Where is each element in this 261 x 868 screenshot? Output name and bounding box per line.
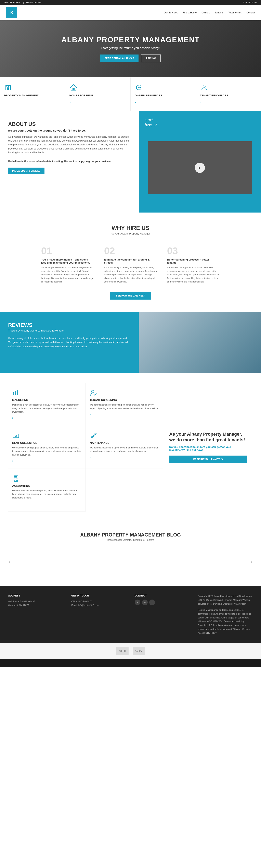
service-marketing-arrow[interactable]: › xyxy=(12,416,81,420)
svg-point-26 xyxy=(16,478,17,479)
service-tenant-screening-arrow[interactable]: › xyxy=(90,412,159,416)
service-tenant-screening: TENANT SCREENING We conduct extensive sc… xyxy=(86,383,163,426)
service-maintenance-arrow[interactable]: › xyxy=(90,455,159,459)
service-rent-collection-desc: We make sure you get paid on time, every… xyxy=(12,446,81,457)
why-subheading: As your Albany Property Manager xyxy=(8,232,253,235)
feature-homes-for-rent-arrow[interactable]: › xyxy=(70,100,71,104)
why-title-1: You'll make more money – and spend less … xyxy=(41,258,94,264)
owner-login-link[interactable]: OWNER LOGIN xyxy=(4,1,20,4)
feature-homes-for-rent-title: HOMES FOR RENT xyxy=(70,94,94,97)
about-mgmt-services-btn[interactable]: MANAGEMENT SERVICES xyxy=(8,167,44,174)
start-here-text: starthere ↗ xyxy=(145,117,157,127)
feature-tenant-resources-arrow[interactable]: › xyxy=(200,100,201,104)
svg-point-18 xyxy=(91,390,94,393)
money-icon xyxy=(12,432,20,439)
about-para1: As investors ourselves, we wanted to pic… xyxy=(8,135,130,155)
blog-navigation: ← → xyxy=(8,548,253,576)
service-accounting: ACCOUNTING With our detailed financial r… xyxy=(8,469,86,512)
svg-rect-19 xyxy=(13,434,19,438)
why-desc-3: Because of our application tools and ext… xyxy=(167,266,220,284)
service-rent-collection-arrow[interactable]: › xyxy=(12,459,81,462)
footer-address-heading: ADDRESS xyxy=(8,594,63,597)
feature-tenant-resources: TENANT RESOURCES › xyxy=(196,77,261,111)
service-maintenance-desc: We conduct inspections upon move-in and … xyxy=(90,446,159,453)
feature-owner-resources-arrow[interactable]: › xyxy=(135,100,136,104)
tools-icon xyxy=(135,83,143,92)
blog-section: ALBANY PROPERTY MANAGEMENT BLOG Resource… xyxy=(0,522,261,586)
footer-address-line2: Glenmont, NY 12077 xyxy=(8,603,63,607)
home-icon xyxy=(70,83,78,92)
reviews-subheading: Trusted by Albany Owners, Investors & Re… xyxy=(8,329,130,332)
reviews-family-image xyxy=(139,312,261,373)
twitter-icon[interactable]: t xyxy=(135,599,140,605)
play-icon: ▶ xyxy=(199,166,201,169)
reviews-left: REVIEWS Trusted by Albany Owners, Invest… xyxy=(0,312,139,373)
footer-address: ADDRESS 402 Plaure Bush Road #95 Glenmon… xyxy=(8,594,63,635)
nav-links: Our Services Find a Home Owners Tenants … xyxy=(164,11,255,14)
service-marketing: MARKETING Marketing is key to successful… xyxy=(8,383,86,426)
footer-bottom xyxy=(0,659,261,667)
services-cta-subtext: Do you know how much rent you can get fo… xyxy=(169,445,247,452)
svg-rect-0 xyxy=(6,85,10,90)
features-row: PROPERTY MANAGEMENT › HOMES FOR RENT › O… xyxy=(0,77,261,111)
svg-point-27 xyxy=(17,478,18,479)
play-button[interactable]: ▶ xyxy=(195,163,205,173)
services-section: MARKETING Marketing is key to successful… xyxy=(0,373,261,522)
tenant-login-link[interactable]: TENANT LOGIN xyxy=(24,1,41,4)
service-accounting-arrow[interactable]: › xyxy=(12,501,81,505)
hero-title: ALBANY PROPERTY MANAGEMENT xyxy=(61,36,200,44)
why-num-3: 03 xyxy=(167,245,220,256)
building-icon xyxy=(4,83,12,92)
reviews-right-image xyxy=(139,312,261,373)
top-bar: OWNER LOGIN | TENANT LOGIN 518-240-5151 xyxy=(0,0,261,5)
top-bar-phone: 518-240-5151 xyxy=(243,1,257,4)
hero-cta-analysis[interactable]: FREE RENTAL ANALYSIS xyxy=(100,55,139,62)
service-rent-collection-title: RENT COLLECTION xyxy=(12,441,81,444)
blog-heading: ALBANY PROPERTY MANAGEMENT BLOG xyxy=(8,532,253,538)
why-cta-btn[interactable]: SEE HOW WE CAN HELP xyxy=(110,292,151,300)
logo-letter: R xyxy=(10,10,13,14)
svg-point-29 xyxy=(16,480,17,481)
service-tenant-screening-desc: We conduct extensive screening on all te… xyxy=(90,403,159,410)
footer-contact-phone: Office: 518-240-5151 xyxy=(71,599,126,603)
reviews-section: REVIEWS Trusted by Albany Owners, Invest… xyxy=(0,312,261,373)
about-left: ABOUT US we are your boots on the ground… xyxy=(0,111,139,213)
chart-icon xyxy=(12,389,20,396)
services-cta-btn[interactable]: FREE RENTAL ANALYSIS xyxy=(169,456,247,463)
svg-rect-15 xyxy=(13,392,14,395)
nav-link-contact[interactable]: Contact xyxy=(247,11,255,14)
why-title-3: Better screening process = better tenant… xyxy=(167,258,220,264)
feature-owner-resources: OWNER RESOURCES › xyxy=(130,77,196,111)
nav-link-testimonials[interactable]: Testimonials xyxy=(228,11,242,14)
nav-link-tenants[interactable]: Tenants xyxy=(215,11,223,14)
footer-accessibility-text: Rooted Maintenance and Development LLC i… xyxy=(198,608,253,635)
top-bar-left: OWNER LOGIN | TENANT LOGIN xyxy=(4,1,43,4)
service-marketing-title: MARKETING xyxy=(12,398,81,401)
why-desc-2: It is a full time job dealing with repai… xyxy=(104,266,157,284)
why-section: WHY HIRE US As your Albany Property Mana… xyxy=(0,213,261,312)
footer-copyright-text: Copyright 2023 Rooted Maintenance and De… xyxy=(198,594,253,606)
svg-point-13 xyxy=(138,87,140,88)
hero-cta-pricing[interactable]: PRICING xyxy=(141,55,161,62)
blog-next-arrow[interactable]: → xyxy=(249,559,253,564)
footer-logos: ⊞ EHO NARPM xyxy=(0,643,261,659)
hero-content: ALBANY PROPERTY MANAGEMENT Start getting… xyxy=(61,36,200,62)
why-cards: 01 You'll make more money – and spend le… xyxy=(8,243,253,286)
services-cta: As your Albany Property Manager, we do m… xyxy=(163,383,253,512)
service-maintenance: MAINTENANCE We conduct inspections upon … xyxy=(86,426,163,469)
blog-prev-arrow[interactable]: ← xyxy=(8,559,12,564)
feature-property-management: PROPERTY MANAGEMENT › xyxy=(0,77,65,111)
nav-logo: R xyxy=(6,7,17,18)
wrench-icon xyxy=(90,432,97,439)
narpm-logo: NARPM xyxy=(133,647,145,655)
feature-property-management-arrow[interactable]: › xyxy=(4,100,5,104)
hero-subtitle: Start getting the returns you deserve to… xyxy=(61,46,200,50)
facebook-icon[interactable]: f xyxy=(149,599,155,605)
nav-link-find-home[interactable]: Find a Home xyxy=(183,11,197,14)
reviews-quote: We are loving all of the space that we h… xyxy=(8,336,130,349)
why-title-2: Eliminate the constant run around & stre… xyxy=(104,258,157,264)
nav-link-owners[interactable]: Owners xyxy=(201,11,210,14)
nav-link-services[interactable]: Our Services xyxy=(164,11,178,14)
svg-rect-1 xyxy=(7,88,8,90)
instagram-icon[interactable]: in xyxy=(142,599,148,605)
